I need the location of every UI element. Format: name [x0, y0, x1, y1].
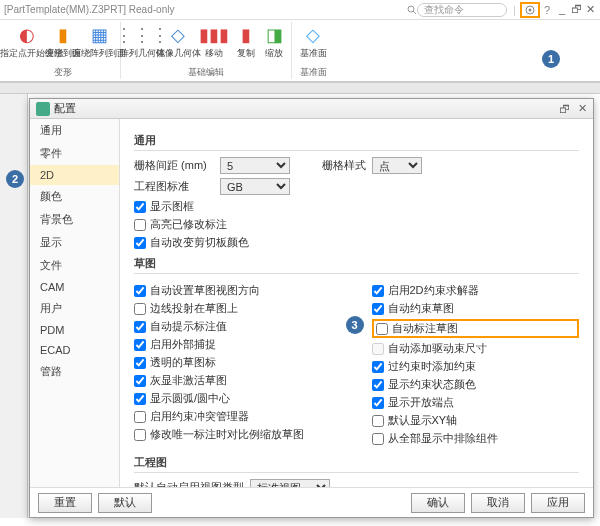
mirror-button[interactable]: ◇镜像几何体	[161, 22, 195, 58]
sk-r7[interactable]	[372, 415, 384, 427]
sk-l7[interactable]	[134, 411, 146, 423]
svg-point-3	[528, 8, 531, 11]
cat-pipe[interactable]: 管路	[30, 360, 119, 383]
cat-part[interactable]: 零件	[30, 142, 119, 165]
pattern-button[interactable]: ⋮⋮⋮阵列几何体	[125, 22, 159, 58]
cat-user[interactable]: 用户	[30, 297, 119, 320]
close-button[interactable]: ✕	[584, 3, 596, 16]
minimize-button[interactable]: _	[556, 3, 568, 16]
group-label: 变形	[54, 66, 72, 79]
cat-2d[interactable]: 2D	[30, 165, 119, 185]
app-title: [PartTemplate(MM).Z3PRT] Read-only	[4, 4, 174, 15]
section-sketch: 草图	[134, 256, 579, 274]
cancel-button[interactable]: 取消	[471, 493, 525, 513]
sk-r1[interactable]	[372, 303, 384, 315]
search-input[interactable]: 查找命令	[417, 3, 507, 17]
cat-ecad[interactable]: ECAD	[30, 340, 119, 360]
highlight-mod-cb[interactable]	[134, 219, 146, 231]
sk-l6[interactable]	[134, 393, 146, 405]
apply-button[interactable]: 应用	[531, 493, 585, 513]
auto-dim-sketch-cb[interactable]	[376, 323, 388, 335]
grid-spacing-select[interactable]: 5	[220, 157, 290, 174]
sk-l0[interactable]	[134, 285, 146, 297]
datum-plane-button[interactable]: ◇基准面	[296, 22, 330, 58]
sk-l3[interactable]	[134, 339, 146, 351]
sk-r3	[372, 343, 384, 355]
help-icon[interactable]: ?	[544, 4, 550, 16]
gear-icon	[524, 4, 536, 16]
dialog-maximize[interactable]: 🗗	[559, 103, 570, 115]
section-drawing: 工程图	[134, 455, 579, 473]
sk-l1[interactable]	[134, 303, 146, 315]
callout-3: 3	[346, 316, 364, 334]
settings-button[interactable]	[520, 2, 540, 18]
show-frame-cb[interactable]	[134, 201, 146, 213]
wrap-icon: ▮	[50, 22, 76, 48]
cat-bg[interactable]: 背景色	[30, 208, 119, 231]
wrap-pattern-icon: ▦	[86, 22, 112, 48]
move-icon: ▮▮▮	[201, 22, 227, 48]
dialog-close[interactable]: ✕	[578, 102, 587, 115]
datum-icon: ◇	[300, 22, 326, 48]
search-icon	[407, 5, 417, 15]
morph-icon: ◐	[14, 22, 40, 48]
callout-1: 1	[542, 50, 560, 68]
cat-display[interactable]: 显示	[30, 231, 119, 254]
sk-r0[interactable]	[372, 285, 384, 297]
sk-l5[interactable]	[134, 375, 146, 387]
default-view-type-label: 默认自动启用视图类型	[134, 480, 244, 487]
grid-spacing-label: 栅格间距 (mm)	[134, 158, 214, 173]
restore-button[interactable]: 🗗	[570, 3, 582, 16]
ok-button[interactable]: 确认	[411, 493, 465, 513]
sk-r4[interactable]	[372, 361, 384, 373]
dialog-title: 配置	[54, 101, 76, 116]
sk-r5[interactable]	[372, 379, 384, 391]
sk-l4[interactable]	[134, 357, 146, 369]
callout-2: 2	[6, 170, 24, 188]
morph-from-point-button[interactable]: ◐由指定点开始变形	[10, 22, 44, 58]
default-button[interactable]: 默认	[98, 493, 152, 513]
scale-icon: ◨	[261, 22, 287, 48]
reset-button[interactable]: 重置	[38, 493, 92, 513]
grid-style-label: 栅格样式	[322, 158, 366, 173]
cat-file[interactable]: 文件	[30, 254, 119, 277]
section-general: 通用	[134, 133, 579, 151]
default-view-type-select[interactable]: 标准视图	[250, 479, 330, 487]
move-button[interactable]: ▮▮▮移动	[197, 22, 231, 58]
grid-style-select[interactable]: 点	[372, 157, 422, 174]
group-label: 基准面	[300, 66, 327, 79]
copy-icon: ▮	[233, 22, 259, 48]
sk-l2[interactable]	[134, 321, 146, 333]
sk-l8[interactable]	[134, 429, 146, 441]
config-dialog: 配置 🗗 ✕ 通用 零件 2D 颜色 背景色 显示 文件 CAM 用户 PDM …	[29, 98, 594, 518]
group-label: 基础编辑	[188, 66, 224, 79]
dialog-icon	[36, 102, 50, 116]
cat-pdm[interactable]: PDM	[30, 320, 119, 340]
cat-color[interactable]: 颜色	[30, 185, 119, 208]
svg-line-1	[413, 11, 416, 14]
cat-cam[interactable]: CAM	[30, 277, 119, 297]
copy-button[interactable]: ▮复制	[233, 22, 259, 58]
cat-general[interactable]: 通用	[30, 119, 119, 142]
wrap-pattern-button[interactable]: ▦缠绕阵列到面	[82, 22, 116, 58]
category-list: 通用 零件 2D 颜色 背景色 显示 文件 CAM 用户 PDM ECAD 管路	[30, 119, 120, 487]
drawing-std-select[interactable]: GB	[220, 178, 290, 195]
scale-button[interactable]: ◨缩放	[261, 22, 287, 58]
sk-r8[interactable]	[372, 433, 384, 445]
sk-r6[interactable]	[372, 397, 384, 409]
mirror-icon: ◇	[165, 22, 191, 48]
pattern-icon: ⋮⋮⋮	[129, 22, 155, 48]
settings-content: 通用 栅格间距 (mm) 5 栅格样式 点 工程图标准 GB 显示图框 高亮已修…	[120, 119, 593, 487]
left-panel	[0, 94, 28, 518]
separator: |	[513, 4, 516, 16]
auto-clipboard-color-cb[interactable]	[134, 237, 146, 249]
drawing-std-label: 工程图标准	[134, 179, 214, 194]
